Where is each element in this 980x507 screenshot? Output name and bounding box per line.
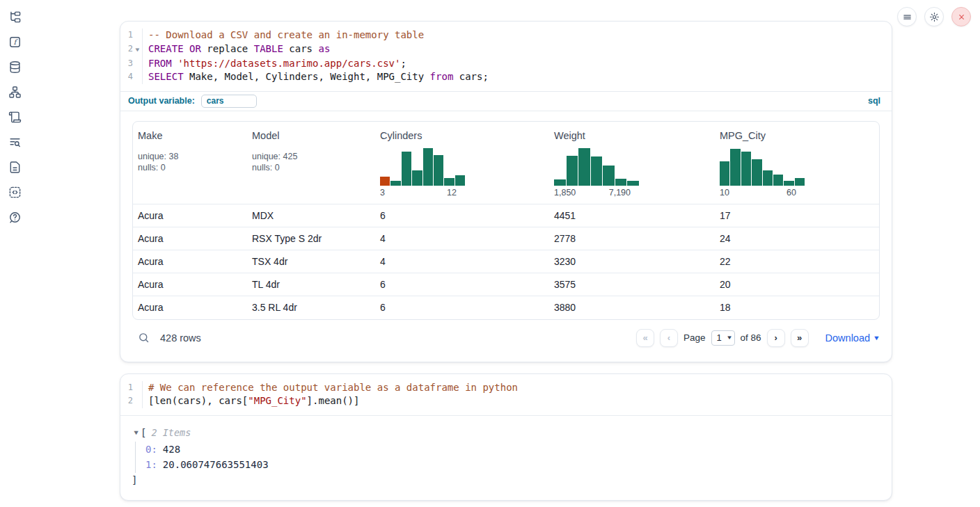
table-header-row: Make unique: 38 nulls: 0 Model unique: 4… [133,122,879,204]
code-line: 3FROM 'https://datasets.marimo.app/cars.… [120,57,882,71]
histogram-bar [720,161,729,185]
logs-search-icon[interactable] [8,135,22,149]
scratchpad-scroll-icon[interactable] [8,110,22,124]
first-page-button[interactable]: « [636,329,654,347]
sql-cell-output: Make unique: 38 nulls: 0 Model unique: 4… [120,111,892,362]
tree-item: 1:20.060747663551403 [145,457,878,473]
prev-page-button[interactable]: ‹ [660,329,678,347]
code-line: 1# We can reference the output variable … [120,381,882,395]
table-cell: TL 4dr [252,279,380,290]
language-badge: sql [868,96,880,106]
database-icon[interactable] [8,60,22,74]
python-code-editor[interactable]: 1# We can reference the output variable … [120,374,892,415]
histogram-bar [603,166,615,186]
column-header-make[interactable]: Make unique: 38 nulls: 0 [138,130,252,198]
page-select[interactable]: 1 [711,330,735,346]
gear-icon [929,12,940,22]
help-icon[interactable] [8,210,22,224]
notebook-area: 1-- Download a CSV and create an in-memo… [120,21,892,501]
close-icon [956,12,967,22]
code-line: 1-- Download a CSV and create an in-memo… [120,29,882,42]
dependency-graph-icon[interactable] [8,85,22,99]
pagination: « ‹ Page 1 ▼ of 86 › » Download ▼ [636,329,880,347]
table-row[interactable]: AcuraTSX 4dr4323022 [133,250,879,273]
chevron-down-icon: ▼ [873,335,880,341]
table-cell: 20 [720,279,879,290]
table-cell: 3230 [554,256,720,267]
table-cell: 2778 [554,233,720,244]
settings-button[interactable] [924,7,944,26]
table-body: AcuraMDX6445117AcuraRSX Type S 2dr427782… [133,204,879,319]
tree-item: 0:428 [145,442,878,458]
table-cell: Acura [138,210,252,221]
table-cell: MDX [252,210,380,221]
shutdown-button[interactable] [951,7,971,26]
menu-button[interactable] [897,7,917,26]
table-row[interactable]: AcuraMDX6445117 [133,204,879,227]
table-cell: Acura [138,302,252,313]
snippets-icon[interactable] [8,185,22,199]
histogram-bar [423,148,433,185]
python-cell: 1# We can reference the output variable … [120,373,892,501]
histogram-bar [455,175,465,185]
hist-min-label: 10 [720,188,729,198]
histogram-bar [784,181,793,186]
column-header-weight[interactable]: Weight 1,850 7,190 [554,130,720,198]
output-variable-label: Output variable: [128,96,195,106]
table-cell: Acura [138,279,252,290]
histogram-bar [578,148,590,186]
mpg-city-histogram [720,147,805,186]
histogram-bar [615,179,627,185]
table-cell: Acura [138,256,252,267]
column-header-cylinders[interactable]: Cylinders 3 12 [380,130,554,198]
histogram-bar [412,170,422,186]
download-button[interactable]: Download ▼ [825,332,880,344]
table-cell: 3880 [554,302,720,313]
search-button[interactable] [138,332,150,344]
histogram-bar [795,178,805,186]
fold-spacer [132,57,143,71]
column-header-mpg-city[interactable]: MPG_City 10 60 [720,130,879,198]
histogram-bar [773,175,783,185]
table-footer: 428 rows « ‹ Page 1 ▼ of 86 › » Do [132,326,880,350]
histogram-bar [730,149,740,185]
table-row[interactable]: Acura3.5 RL 4dr6388018 [133,296,879,319]
histogram-bar [444,178,454,186]
column-stat: nulls: 0 [138,162,252,174]
table-cell: RSX Type S 2dr [252,233,380,244]
column-header-model[interactable]: Model unique: 425 nulls: 0 [252,130,380,198]
table-row[interactable]: AcuraRSX Type S 2dr4277824 [133,227,879,250]
histogram-bar [390,181,400,185]
histogram-bar [741,152,751,185]
table-cell: Acura [138,233,252,244]
weight-histogram [554,147,639,186]
tree-item-key: 1: [145,459,157,470]
output-variable-input[interactable] [201,95,257,108]
table-cell: TSX 4dr [252,256,380,267]
fold-chevron-icon[interactable]: ▼ [132,42,143,57]
file-tree-icon[interactable] [8,10,22,24]
table-cell: 6 [380,302,554,313]
collapse-chevron-icon[interactable]: ▼ [131,429,142,436]
functions-icon[interactable]: f [8,35,22,49]
histogram-bar [434,155,443,186]
helper-panel-sidebar: f [0,0,31,224]
code-line: 2[len(cars), cars["MPG_City"].mean()] [120,394,882,408]
close-bracket: ] [132,473,878,488]
next-page-button[interactable]: › [767,329,785,347]
histogram-bar [752,159,761,185]
documentation-icon[interactable] [8,160,22,174]
tree-item-key: 0: [145,444,157,455]
table-cell: 17 [720,210,879,221]
code-line: 2▼CREATE OR replace TABLE cars as [120,42,882,57]
table-cell: 22 [720,256,879,267]
last-page-button[interactable]: » [791,329,809,347]
table-row[interactable]: AcuraTL 4dr6357520 [133,273,879,296]
output-variable-bar: Output variable: sql [120,91,892,111]
sql-code-editor[interactable]: 1-- Download a CSV and create an in-memo… [120,22,892,91]
hist-max-label: 7,190 [609,188,631,198]
histogram-bar [763,170,773,186]
search-icon [138,332,150,344]
sql-cell: 1-- Download a CSV and create an in-memo… [120,21,892,362]
page-total-label: of 86 [741,332,761,343]
